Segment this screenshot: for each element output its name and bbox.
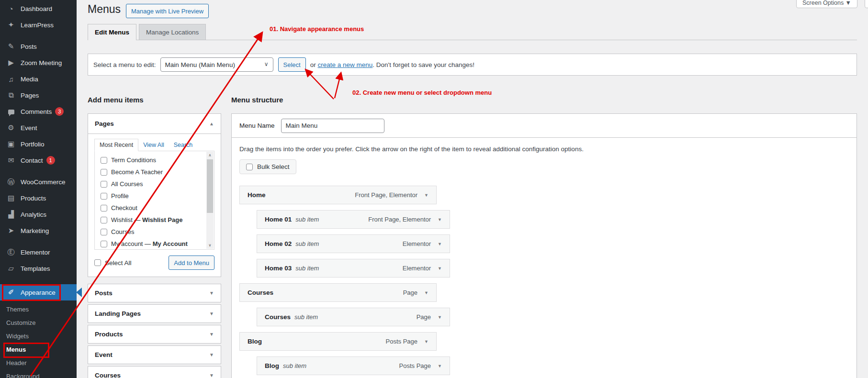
sidebar-subitem-customize[interactable]: Customize [0,316,77,329]
menu-item-home-02[interactable]: Home 02sub itemElementor▼ [257,234,450,253]
list-item: Courses [101,226,214,238]
checkbox[interactable] [101,169,107,176]
menu-item-home-01[interactable]: Home 01sub itemFront Page, Elementor▼ [257,210,450,229]
menu-item-courses-sub[interactable]: Coursessub itemPage▼ [257,308,450,326]
sidebar-item-contact[interactable]: ✉Contact1 [0,152,77,168]
pages-accordion-header[interactable]: Pages ▲ [88,114,221,133]
screen-options-button[interactable]: Screen Options ▼ [796,0,857,8]
sidebar-item-elementor[interactable]: ⒺElementor [0,244,77,260]
sidebar-item-posts[interactable]: ✎Posts [0,38,77,55]
sidebar-item-portfolio[interactable]: ▣Portfolio [0,136,77,152]
chevron-down-icon[interactable]: ▼ [438,315,442,320]
chevron-down-icon[interactable]: ▼ [424,290,428,295]
chevron-down-icon[interactable]: ▼ [209,332,214,337]
sidebar-subitem-header[interactable]: Header [0,356,77,369]
sidebar-item-templates[interactable]: ▱Templates [0,260,77,277]
tab-search[interactable]: Search [169,139,198,151]
gear-icon: ⚙ [6,123,16,132]
bulk-select-checkbox[interactable] [246,164,253,170]
sidebar-subitem-widgets[interactable]: Widgets [0,329,77,343]
media-icon: ♫ [6,75,16,83]
sidebar-item-label: Pages [21,92,39,99]
tab-most-recent[interactable]: Most Recent [94,139,138,151]
checkbox[interactable] [101,217,107,223]
checkbox[interactable] [101,205,107,211]
sidebar-item-event[interactable]: ⚙Event [0,120,77,136]
scroll-down-icon[interactable]: ∨ [206,242,214,249]
checkbox[interactable] [101,157,107,164]
annotation-arrow-3 [335,73,341,98]
menu-name-input[interactable] [281,119,384,133]
scrollbar[interactable]: ∧ ∨ [206,152,214,249]
chevron-down-icon[interactable]: ▼ [438,266,442,271]
accordion-event[interactable]: Event▼ [88,345,221,364]
chevron-down-icon[interactable]: ▼ [209,373,214,378]
menu-item-blog[interactable]: BlogPosts Page▼ [239,332,437,351]
menu-name-row: Menu Name [232,114,857,138]
accordion-posts[interactable]: Posts▼ [88,284,221,302]
menu-item-home[interactable]: HomeFront Page, Elementor▼ [239,186,437,204]
sidebar-item-woocommerce[interactable]: ⓌWooCommerce [0,174,77,190]
sidebar-subitem-background[interactable]: Background [0,369,77,378]
chevron-down-icon[interactable]: ▼ [424,193,428,198]
add-to-menu-button[interactable]: Add to Menu [169,256,214,270]
sidebar-item-learnpress[interactable]: ✦LearnPress [0,17,77,33]
subitem-label: Themes [6,306,29,313]
checkbox[interactable] [101,241,107,247]
checkbox[interactable] [101,193,107,200]
scrollbar-thumb[interactable] [207,159,213,213]
sidebar-item-label: Products [21,195,46,202]
tab-manage-locations[interactable]: Manage Locations [139,24,206,40]
sidebar-item-label: LearnPress [21,22,54,29]
chevron-down-icon[interactable]: ▼ [438,242,442,246]
bulk-select-control: Bulk Select [239,159,296,174]
menu-item-home-03[interactable]: Home 03sub itemElementor▼ [257,259,450,278]
checkbox[interactable] [101,181,107,188]
chevron-down-icon[interactable]: ▼ [438,217,442,222]
chevron-down-icon[interactable]: ▼ [424,339,428,344]
select-button[interactable]: Select [278,57,306,72]
sidebar-item-marketing[interactable]: ➤Marketing [0,222,77,239]
sidebar-subitem-themes[interactable]: Themes [0,302,77,316]
chevron-down-icon[interactable]: ▼ [438,364,442,368]
sub-item-tag: sub item [295,265,319,272]
list-item-label: Wishlist — Wishlist Page [111,216,182,223]
sidebar-item-analytics[interactable]: ▟Analytics [0,206,77,222]
list-item-label: Checkout [111,204,137,211]
sidebar-item-zoom-meeting[interactable]: ▶Zoom Meeting [0,55,77,71]
video-camera-icon: ▶ [6,58,16,67]
annotation-step-1: 01. Navigate appearance menus [270,25,364,33]
menu-item-blog-sub[interactable]: Blogsub itemPosts Page▼ [257,356,450,375]
create-new-menu-link[interactable]: create a new menu [317,61,372,68]
help-tab-sliver[interactable] [865,0,868,8]
sidebar-item-comments[interactable]: Comments3 [0,103,77,120]
accordion-products[interactable]: Products▼ [88,325,221,344]
manage-live-preview-button[interactable]: Manage with Live Preview [126,4,209,18]
sidebar-item-dashboard[interactable]: ◔Dashboard [0,0,77,17]
scroll-up-icon[interactable]: ∧ [206,152,214,159]
products-icon: ▤ [6,194,16,202]
menu-item-courses[interactable]: CoursesPage▼ [239,283,437,302]
sidebar-item-media[interactable]: ♫Media [0,71,77,87]
sidebar-item-label: Templates [21,265,50,272]
or-text: or [310,61,318,68]
sidebar-item-label: Analytics [21,211,46,218]
sidebar-item-products[interactable]: ▤Products [0,190,77,206]
chevron-down-icon[interactable]: ▼ [209,290,214,296]
accordion-label: Products [95,331,123,338]
chevron-down-icon[interactable]: ▼ [209,352,214,357]
tab-edit-menus[interactable]: Edit Menus [88,24,136,40]
chevron-down-icon[interactable]: ▼ [209,311,214,316]
select-all-checkbox[interactable] [94,259,101,266]
menu-item-meta: Page [403,289,417,296]
accordion-courses[interactable]: Courses▼ [88,366,221,378]
sidebar-item-pages[interactable]: ⧉Pages [0,87,77,103]
accordion-landing-pages[interactable]: Landing Pages▼ [88,304,221,323]
select-menu-label: Select a menu to edit: [93,61,156,68]
tab-view-all[interactable]: View All [138,139,169,151]
checkbox[interactable] [101,229,107,235]
sidebar-item-label: Contact [21,157,43,164]
menu-select-dropdown[interactable]: Main Menu (Main Menu) ∨ [160,57,273,72]
menu-item-meta: Posts Page [386,338,418,345]
chevron-up-icon[interactable]: ▲ [209,121,214,126]
